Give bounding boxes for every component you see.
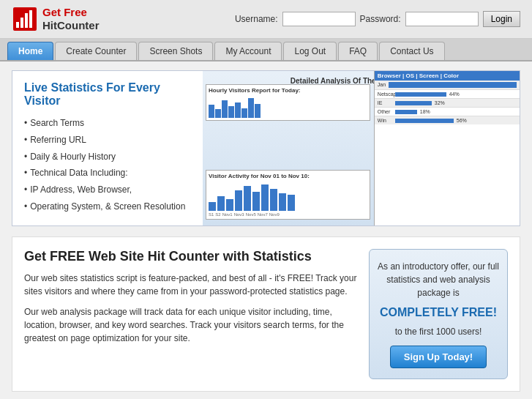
hero-title: Live Statistics For Every Visitor xyxy=(24,81,191,108)
logo-get: Get Free xyxy=(42,6,87,18)
hero-charts: Detailed Analysis Of The Last 25 Visitor… xyxy=(203,71,520,225)
nav-tab-log-out[interactable]: Log Out xyxy=(283,42,337,60)
bottom-section: Get FREE Web Site Hit Counter with Stati… xyxy=(12,236,520,392)
bullet-search-terms: Search Terms xyxy=(24,115,191,132)
hero-banner: Live Statistics For Every Visitor Search… xyxy=(12,70,520,226)
activity-chart: Visitor Activity for Nov 01 to Nov 10: xyxy=(206,170,370,220)
nav-tab-contact-us[interactable]: Contact Us xyxy=(379,42,444,60)
logo-icon xyxy=(12,6,38,32)
svg-rect-1 xyxy=(16,22,19,28)
promo-box: As an introductory offer, our full stati… xyxy=(369,249,508,379)
site-header: Get Free HitCounter Username: Password: … xyxy=(0,0,532,39)
logo-area: Get Free HitCounter xyxy=(12,6,100,32)
svg-rect-4 xyxy=(29,10,32,28)
bottom-text: Get FREE Web Site Hit Counter with Stati… xyxy=(24,249,357,379)
logo-hitcounter: HitCounter xyxy=(42,19,100,32)
hero-text: Live Statistics For Every Visitor Search… xyxy=(12,71,203,225)
nav-tab-screen-shots[interactable]: Screen Shots xyxy=(138,42,213,60)
signup-button[interactable]: Sign Up Today! xyxy=(390,346,487,368)
hourly-report-title: Hourly Visitors Report for Today: xyxy=(209,87,367,94)
bottom-title: Get FREE Web Site Hit Counter with Stati… xyxy=(24,249,357,264)
hero-bullets: Search Terms Referring URL Daily & Hourl… xyxy=(24,115,191,215)
bullet-daily-hourly: Daily & Hourly History xyxy=(24,149,191,165)
stats-row-2: Netscape44% xyxy=(375,90,520,99)
nav-tab-home[interactable]: Home xyxy=(7,42,53,60)
bottom-paragraph-2: Our web analysis package will track data… xyxy=(24,305,357,345)
promo-free-text: COMPLETELY FREE! xyxy=(380,305,497,321)
login-button[interactable]: Login xyxy=(483,11,520,27)
bullet-technical-data: Technical Data Including: xyxy=(24,165,191,182)
stats-row-4: Other18% xyxy=(375,108,520,116)
svg-rect-3 xyxy=(25,13,28,28)
bullet-referring-url: Referring URL xyxy=(24,132,191,149)
hourly-report: Hourly Visitors Report for Today: xyxy=(206,84,370,121)
login-area: Username: Password: Login xyxy=(235,11,520,27)
activity-labels: S1 S2 Nov1 Nov3 Nov5 Nov7 Nov9 xyxy=(209,212,367,217)
activity-chart-title: Visitor Activity for Nov 01 to Nov 10: xyxy=(209,173,367,179)
nav-tab-faq[interactable]: FAQ xyxy=(338,42,378,60)
bullet-os: Operating System, & Screen Resolution xyxy=(24,198,191,215)
bottom-paragraph-1: Our web sites statistics script is featu… xyxy=(24,272,357,298)
bullet-ip: IP Address, Web Browser, xyxy=(24,182,191,198)
chart-area: Detailed Analysis Of The Last 25 Visitor… xyxy=(203,71,520,225)
password-input[interactable] xyxy=(405,12,479,26)
nav-tab-my-account[interactable]: My Account xyxy=(214,42,282,60)
password-label: Password: xyxy=(360,14,401,24)
logo-text: Get Free HitCounter xyxy=(42,6,100,32)
main-nav: Home Create Counter Screen Shots My Acco… xyxy=(0,39,532,61)
activity-bars xyxy=(209,182,367,211)
hourly-bars xyxy=(209,96,367,118)
stats-row-5: Win56% xyxy=(375,116,520,124)
promo-text-1: As an introductory offer, our full stati… xyxy=(377,260,500,299)
username-input[interactable] xyxy=(282,12,356,26)
promo-text-2: to the first 1000 users! xyxy=(395,327,482,337)
main-content: Live Statistics For Every Visitor Search… xyxy=(0,61,532,399)
stats-row-1: Jan xyxy=(375,81,520,90)
username-label: Username: xyxy=(235,14,278,24)
stats-panel-header: Browser | OS | Screen | Color xyxy=(375,71,520,81)
nav-tab-create-counter[interactable]: Create Counter xyxy=(55,42,137,60)
stats-row-3: IE32% xyxy=(375,99,520,108)
svg-rect-2 xyxy=(20,18,23,28)
